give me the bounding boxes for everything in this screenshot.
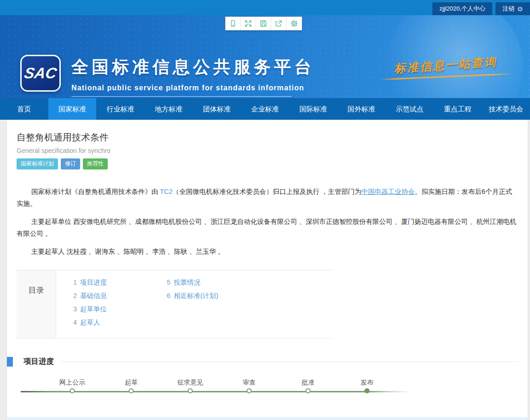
toc-item-basic-info[interactable]: 2基础信息 — [73, 292, 167, 300]
toc-item-similar-standards[interactable]: 6相近标准(计划) — [167, 292, 260, 300]
timeline-dot — [247, 388, 252, 393]
section-title-progress: 项目进度 — [23, 356, 54, 367]
toc-item-drafters[interactable]: 4起草人 — [73, 318, 167, 327]
brand-underline — [71, 96, 291, 97]
toc-num: 3 — [73, 305, 77, 313]
tc2-link[interactable]: TC2 — [160, 188, 172, 195]
nav-item-home[interactable]: 首页 — [0, 98, 48, 120]
nav-item-national-standards[interactable]: 国家标准 — [48, 98, 97, 120]
timeline-dot — [188, 388, 193, 393]
site-brand: 全国标准信息公共服务平台 National public service pla… — [71, 56, 315, 97]
share-icon[interactable] — [271, 17, 286, 30]
timeline-step-label: 起草 — [104, 379, 159, 387]
timeline-line — [21, 391, 410, 392]
timeline-step-label: 审查 — [221, 379, 277, 387]
timeline-dot-filled — [365, 388, 370, 393]
paragraph-drafters: 主要起草人 沈桂霞 、谢海东 、陈昭明 、李浩 、陈耿 、兰玉华 。 — [17, 245, 518, 257]
settings-gear-icon[interactable] — [286, 17, 302, 30]
toc-link: 起草人 — [80, 319, 100, 326]
fullscreen-icon[interactable] — [241, 17, 256, 30]
banner-slogan: 标准信息一站查询 — [379, 53, 513, 82]
toc-columns: 1项目进度 2基础信息 3起草单位 4起草人 5投票情况 6相近标准(计划) — [56, 270, 332, 338]
toc-item-voting[interactable]: 5投票情况 — [167, 278, 260, 286]
mobile-preview-icon[interactable] — [226, 17, 241, 30]
toc-item-progress[interactable]: 1项目进度 — [73, 278, 167, 286]
header-banner: SAC 全国标准信息公共服务平台 National public service… — [0, 15, 530, 98]
content-panel: 自整角机通用技术条件 General specification for syn… — [7, 120, 528, 420]
logout-label: 注销 — [502, 2, 514, 15]
page-subtitle: General specification for synchro — [17, 147, 518, 154]
timeline-step-public-notice: 网上公示 — [45, 379, 100, 387]
nav-item-local-standards[interactable]: 地方标准 — [145, 98, 193, 120]
tag-row: 国家标准计划 修订 推荐性 — [17, 158, 518, 169]
main-wrap: 自整角机通用技术条件 General specification for syn… — [0, 120, 530, 420]
nav-item-technical-committees[interactable]: 技术委员会 — [482, 98, 530, 120]
page-title: 自整角机通用技术条件 — [17, 120, 518, 144]
timeline-step-published: 发布 — [339, 379, 395, 387]
timeline-step-label: 批准 — [280, 379, 336, 387]
nav-item-international-standards[interactable]: 国际标准 — [289, 98, 338, 120]
toc-num: 1 — [73, 279, 77, 286]
paragraph-overview-text-2: （全国微电机标准化技术委员会）归口上报及执行 ，主管部门为 — [173, 188, 361, 195]
toc-link: 项目进度 — [80, 279, 107, 286]
nav-item-key-projects[interactable]: 重点工程 — [434, 98, 482, 120]
tag-revision: 修订 — [61, 158, 80, 169]
timeline-step-review: 审查 — [221, 379, 277, 387]
timeline-step-label: 征求意见 — [163, 379, 218, 387]
paragraph-overview: 国家标准计划《自整角机通用技术条件》由 TC2（全国微电机标准化技术委员会）归口… — [17, 186, 518, 210]
nav-item-group-standards[interactable]: 团体标准 — [193, 98, 241, 120]
site-title: 全国标准信息公共服务平台 — [71, 56, 315, 79]
nav-item-foreign-standards[interactable]: 国外标准 — [337, 98, 385, 120]
tag-national-standard-plan: 国家标准计划 — [17, 158, 58, 169]
nav-item-enterprise-standards[interactable]: 企业标准 — [241, 98, 289, 120]
timeline-step-approval: 批准 — [280, 379, 336, 387]
power-icon — [517, 6, 523, 12]
timeline-dot — [129, 388, 134, 393]
paragraph-overview-text-1: 国家标准计划《自整角机通用技术条件》由 — [31, 188, 160, 195]
toc-num: 5 — [167, 279, 170, 286]
summary-paragraphs: 国家标准计划《自整角机通用技术条件》由 TC2（全国微电机标准化技术委员会）归口… — [17, 186, 518, 257]
paragraph-drafting-units: 主要起草单位 西安微电机研究所 、成都微精电机股份公司 、浙江巨龙自动化设备有限… — [17, 216, 518, 239]
section-header-progress: 项目进度 — [7, 356, 518, 367]
save-icon[interactable] — [256, 17, 271, 30]
toc-column-1: 1项目进度 2基础信息 3起草单位 4起草人 — [73, 278, 167, 332]
topbar: zjjl2020,个人中心 注销 — [0, 0, 530, 15]
toc-link: 起草单位 — [80, 305, 107, 313]
toc-item-drafting-units[interactable]: 3起草单位 — [73, 305, 167, 313]
toc-link: 相近标准(计划) — [174, 292, 218, 299]
main-nav: 首页 国家标准 行业标准 地方标准 团体标准 企业标准 国际标准 国外标准 示范… — [0, 98, 530, 120]
timeline-step-drafting: 起草 — [104, 379, 159, 387]
logout-button[interactable]: 注销 — [495, 2, 530, 15]
sac-logo-text: SAC — [23, 64, 58, 82]
timeline-step-label: 发布 — [339, 379, 395, 387]
dept-link[interactable]: 中国电器工业协会 — [361, 188, 415, 195]
toc-num: 4 — [73, 319, 77, 326]
progress-timeline: 网上公示 起草 征求意见 审查 批准 发布 — [17, 379, 518, 412]
sac-logo: SAC — [20, 55, 61, 92]
floating-toolbar — [225, 17, 302, 30]
timeline-step-comments: 征求意见 — [163, 379, 218, 387]
section-marker — [7, 357, 13, 367]
site-subtitle: National public service platform for sta… — [71, 84, 315, 92]
timeline-dot — [306, 388, 311, 393]
nav-item-industry-standards[interactable]: 行业标准 — [96, 98, 145, 120]
toc-num: 2 — [73, 292, 77, 299]
tag-recommended: 推荐性 — [83, 158, 108, 169]
table-of-contents: 目录 1项目进度 2基础信息 3起草单位 4起草人 5投票情况 6相近标准(计划… — [17, 270, 332, 338]
section-divider-line — [61, 362, 518, 362]
user-center-button[interactable]: zjjl2020,个人中心 — [432, 2, 492, 15]
timeline-step-label: 网上公示 — [45, 379, 100, 387]
nav-item-pilot-demos[interactable]: 示范试点 — [385, 98, 434, 120]
toc-link: 投票情况 — [174, 279, 200, 286]
toc-column-2: 5投票情况 6相近标准(计划) — [167, 278, 260, 332]
table-header-strip — [7, 417, 528, 420]
toc-link: 基础信息 — [80, 292, 107, 299]
timeline-dot — [70, 388, 75, 393]
toc-label: 目录 — [17, 270, 56, 338]
toc-num: 6 — [167, 292, 170, 299]
